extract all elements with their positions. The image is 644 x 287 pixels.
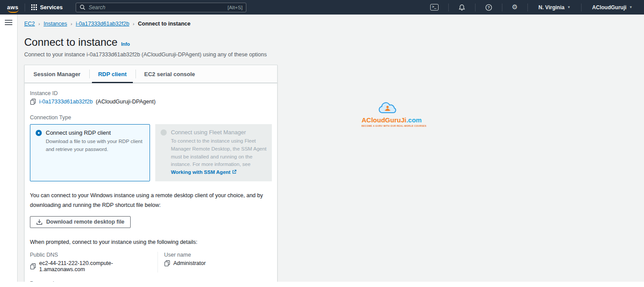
search-shortcut-hint: [Alt+S] (227, 5, 242, 10)
option-title: Connect using RDP client (46, 129, 144, 136)
breadcrumb-instance-id[interactable]: i-0a17333d61ab32f2b (76, 21, 129, 27)
help-button[interactable]: ? (480, 4, 498, 11)
main-content: EC2 › Instances › i-0a17333d61ab32f2b › … (18, 15, 644, 282)
download-button-label: Download remote desktop file (46, 219, 124, 225)
rdp-intro-text: You can connect to your Windows instance… (30, 191, 270, 210)
services-label: Services (40, 4, 62, 11)
top-nav-bar: aws Services (0, 0, 644, 15)
bell-icon (458, 4, 465, 11)
info-link[interactable]: Info (121, 41, 130, 47)
copy-icon[interactable] (30, 263, 36, 269)
aws-console-page: aws Services (0, 0, 644, 287)
public-dns-value: ec2-44-211-222-120.compute-1.amazonaws.c… (39, 260, 149, 272)
breadcrumb-current: Connect to instance (138, 21, 190, 27)
download-icon (36, 219, 43, 225)
chevron-down-icon: ▼ (567, 5, 571, 9)
account-menu[interactable]: ACloudGuruji ▼ (586, 4, 639, 11)
search-input[interactable] (88, 4, 227, 11)
breadcrumb-separator: › (71, 21, 73, 26)
option-description: Download a file to use with your RDP cli… (46, 138, 144, 154)
instance-id-label: Instance ID (30, 90, 272, 96)
option-connect-fleet-manager[interactable]: Connect using Fleet Manager To connect t… (155, 124, 272, 181)
nav-divider (475, 4, 476, 11)
ssm-agent-link[interactable]: Working with SSM Agent (171, 169, 237, 175)
radio-unselected-icon[interactable] (161, 129, 167, 136)
tab-session-manager[interactable]: Session Manager (25, 65, 89, 83)
connection-type-label: Connection Type (30, 114, 272, 121)
search-icon (80, 4, 85, 10)
cloud-logo-icon (377, 102, 398, 114)
watermark-brand: ACloudGuruJi.com (362, 116, 413, 124)
nav-divider (502, 4, 502, 11)
footer-strip (0, 282, 644, 287)
gear-icon: ⚙ (512, 4, 518, 11)
username-value: Administrator (173, 260, 206, 266)
nav-divider (448, 4, 449, 11)
svg-text:?: ? (487, 5, 490, 10)
public-dns-label: Public DNS (30, 252, 149, 258)
breadcrumb-instances[interactable]: Instances (44, 21, 67, 27)
region-selector[interactable]: N. Virginia ▼ (532, 4, 577, 11)
breadcrumb-separator: › (133, 21, 135, 26)
radio-selected-icon[interactable] (36, 130, 42, 136)
account-label: ACloudGuruji (592, 4, 626, 11)
download-rdp-file-button[interactable]: Download remote desktop file (30, 216, 131, 228)
instance-name: (ACloudGuruji-DPAgent) (96, 99, 156, 105)
tab-rdp-client[interactable]: RDP client (89, 65, 135, 83)
breadcrumb-ec2[interactable]: EC2 (24, 21, 35, 27)
copy-icon[interactable] (30, 99, 36, 105)
side-nav-strip (0, 15, 18, 282)
global-search-box[interactable]: [Alt+S] (76, 3, 246, 12)
nav-divider (581, 4, 582, 11)
breadcrumb-separator: › (38, 21, 40, 26)
aws-logo[interactable]: aws (7, 3, 20, 12)
rdp-client-panel: Instance ID i-0a17333d61ab32f2b (ACloudG… (25, 83, 277, 287)
notifications-button[interactable] (453, 4, 471, 11)
tab-bar: Session Manager RDP client EC2 serial co… (25, 65, 277, 83)
option-title: Connect using Fleet Manager (171, 129, 267, 136)
page-subtitle: Connect to your instance i-0a17333d61ab3… (24, 52, 644, 58)
nav-divider (527, 4, 528, 11)
chevron-down-icon: ▼ (629, 5, 633, 9)
copy-icon[interactable] (164, 260, 170, 266)
instance-id-link[interactable]: i-0a17333d61ab32f2b (39, 99, 93, 105)
top-nav-right: >_ ? (425, 4, 639, 11)
prompt-text: When prompted, connect to your instance … (30, 238, 270, 247)
option-description: To connect to the instance using Fleet M… (171, 137, 267, 177)
breadcrumb: EC2 › Instances › i-0a17333d61ab32f2b › … (24, 21, 644, 27)
nav-divider (25, 4, 25, 11)
services-grid-icon (31, 4, 37, 10)
tab-ec2-serial-console[interactable]: EC2 serial console (135, 65, 204, 83)
settings-button[interactable]: ⚙ (507, 4, 523, 11)
username-label: User name (164, 252, 206, 258)
acloudguruji-watermark: ACloudGuruJi.com BECOME A GURU WITH OUR … (362, 102, 413, 127)
connect-options-card: Session Manager RDP client EC2 serial co… (24, 65, 278, 287)
question-mark-icon: ? (485, 4, 492, 11)
hamburger-menu-icon[interactable] (5, 20, 12, 25)
connection-details: Public DNS ec2-44-211-222-120.compute-1.… (30, 252, 272, 272)
cloudshell-button[interactable]: >_ (425, 4, 444, 11)
cloudshell-terminal-icon: >_ (430, 4, 439, 11)
region-label: N. Virginia (538, 4, 564, 11)
page-title: Connect to instance (24, 36, 117, 48)
watermark-tagline: BECOME A GURU WITH OUR REAL-WORLD COURSE… (362, 125, 413, 127)
aws-logo-smile-icon (7, 9, 19, 13)
services-menu-button[interactable]: Services (29, 4, 64, 11)
option-connect-rdp-client[interactable]: Connect using RDP client Download a file… (30, 124, 150, 181)
